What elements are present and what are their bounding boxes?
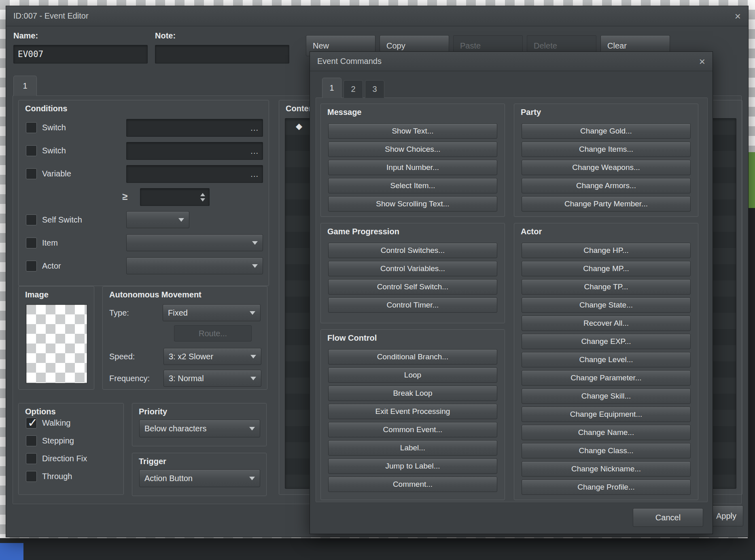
stepping-checkbox[interactable]	[26, 435, 37, 446]
command-button[interactable]: Change Level...	[522, 352, 691, 367]
command-button[interactable]: Change EXP...	[522, 334, 691, 349]
party-title: Party	[521, 108, 541, 117]
command-button[interactable]: Change Gold...	[522, 123, 691, 139]
switch1-browse-button[interactable]: ...	[250, 123, 259, 133]
game-progression-title: Game Progression	[327, 227, 399, 236]
command-button[interactable]: Control Variables...	[328, 261, 497, 276]
switch2-checkbox[interactable]	[26, 145, 37, 156]
command-button[interactable]: Change Items...	[522, 142, 691, 157]
direction-fix-checkbox[interactable]	[26, 453, 37, 464]
actor-dropdown[interactable]	[126, 257, 263, 274]
screen: ID:007 - Event Editor × Name: Note: New …	[0, 0, 755, 560]
command-button[interactable]: Change Armors...	[522, 178, 691, 193]
cancel-button[interactable]: Cancel	[633, 508, 703, 527]
command-button[interactable]: Label...	[328, 440, 497, 456]
chevron-down-icon	[252, 241, 258, 245]
variable-browse-button[interactable]: ...	[250, 170, 259, 179]
item-dropdown[interactable]	[126, 234, 263, 251]
command-button[interactable]: Common Event...	[328, 422, 497, 437]
command-button[interactable]: Change Name...	[522, 425, 691, 440]
item-checkbox[interactable]	[26, 238, 37, 248]
spinner-arrows-icon[interactable]	[200, 193, 205, 202]
through-checkbox[interactable]	[26, 471, 37, 482]
self-switch-dropdown[interactable]	[126, 211, 189, 228]
command-button[interactable]: Jump to Label...	[328, 458, 497, 474]
party-group: Party Change Gold...Change Items...Chang…	[514, 104, 698, 217]
command-button[interactable]: Change Profile...	[522, 479, 691, 495]
command-button[interactable]: Change Skill...	[522, 388, 691, 404]
note-input[interactable]	[155, 45, 289, 64]
movement-frequency-dropdown[interactable]: 3: Normal	[163, 370, 261, 387]
command-button[interactable]: Conditional Branch...	[328, 349, 497, 365]
command-button[interactable]: Control Switches...	[328, 243, 497, 258]
map-dark-strip-bottom	[0, 538, 755, 560]
movement-speed-dropdown[interactable]: 3: x2 Slower	[163, 348, 261, 365]
command-button[interactable]: Break Loop	[328, 386, 497, 401]
chevron-down-icon	[249, 477, 255, 480]
command-button[interactable]: Recover All...	[522, 316, 691, 331]
variable-checkbox[interactable]	[26, 168, 37, 179]
command-button[interactable]: Show Scrolling Text...	[328, 196, 497, 212]
command-button[interactable]: Change State...	[522, 297, 691, 313]
variable-value-spinner[interactable]	[140, 188, 210, 206]
close-icon[interactable]: ×	[699, 56, 705, 67]
walking-checkbox[interactable]	[26, 418, 37, 428]
event-image-box[interactable]	[26, 304, 87, 384]
command-button[interactable]: Input Number...	[328, 160, 497, 175]
command-button[interactable]: Change Party Member...	[522, 196, 691, 212]
command-button[interactable]: Change HP...	[522, 243, 691, 258]
switch1-checkbox[interactable]	[26, 122, 37, 133]
switch2-browse-button[interactable]: ...	[250, 146, 259, 156]
chevron-down-icon	[250, 311, 255, 315]
command-button[interactable]: Control Self Switch...	[328, 279, 497, 295]
trigger-dropdown[interactable]: Action Button	[139, 469, 260, 487]
autonomous-movement-group: Autonomous Movement Type: Fixed Route...…	[102, 286, 267, 390]
type-label: Type:	[109, 308, 129, 318]
command-button[interactable]: Select Item...	[328, 178, 497, 193]
event-commands-titlebar[interactable]: Event Commands ×	[310, 52, 713, 71]
command-button[interactable]: Loop	[328, 367, 497, 383]
variable-field[interactable]: ...	[126, 165, 263, 183]
map-dark-strip-right	[748, 208, 755, 560]
priority-dropdown[interactable]: Below characters	[139, 420, 260, 437]
message-buttons: Show Text...Show Choices...Input Number.…	[328, 123, 497, 214]
actor-label: Actor	[42, 261, 61, 271]
options-title: Options	[25, 407, 56, 416]
event-page-tab-1[interactable]: 1	[13, 76, 37, 96]
direction-fix-label: Direction Fix	[42, 454, 87, 463]
command-button[interactable]: Comment...	[328, 477, 497, 492]
command-button[interactable]: Exit Event Processing	[328, 404, 497, 419]
trigger-title: Trigger	[139, 457, 166, 466]
command-button[interactable]: Control Timer...	[328, 297, 497, 313]
command-button[interactable]: Change Nickname...	[522, 461, 691, 477]
command-button[interactable]: Change Equipment...	[522, 407, 691, 422]
name-input[interactable]	[13, 45, 148, 64]
movement-type-dropdown[interactable]: Fixed	[163, 304, 261, 321]
switch1-field[interactable]: ...	[126, 119, 263, 137]
command-button[interactable]: Change Parameter...	[522, 370, 691, 386]
commands-tab-2[interactable]: 2	[344, 80, 363, 98]
switch2-field[interactable]: ...	[126, 142, 263, 160]
stepping-label: Stepping	[42, 436, 74, 445]
event-editor-titlebar[interactable]: ID:007 - Event Editor ×	[6, 6, 748, 26]
command-button[interactable]: Show Choices...	[328, 142, 497, 157]
command-cursor-icon: ◆	[296, 121, 302, 131]
map-water-tile	[0, 543, 23, 560]
walking-label: Walking	[42, 418, 70, 428]
command-button[interactable]: Show Text...	[328, 123, 497, 139]
command-button[interactable]: Change MP...	[522, 261, 691, 276]
command-button[interactable]: Change Class...	[522, 443, 691, 458]
command-button[interactable]: Change TP...	[522, 279, 691, 295]
route-button[interactable]: Route...	[174, 325, 252, 342]
self-switch-checkbox[interactable]	[26, 214, 37, 225]
command-button[interactable]: Change Weapons...	[522, 160, 691, 175]
gte-symbol: ≥	[122, 191, 127, 202]
message-group: Message Show Text...Show Choices...Input…	[320, 104, 505, 217]
close-icon[interactable]: ×	[735, 11, 741, 21]
flow-control-title: Flow Control	[327, 333, 377, 343]
actor-checkbox[interactable]	[26, 261, 37, 272]
chevron-down-icon	[252, 264, 258, 268]
message-title: Message	[327, 108, 362, 117]
commands-tab-1[interactable]: 1	[322, 78, 341, 98]
commands-tab-3[interactable]: 3	[365, 80, 384, 98]
